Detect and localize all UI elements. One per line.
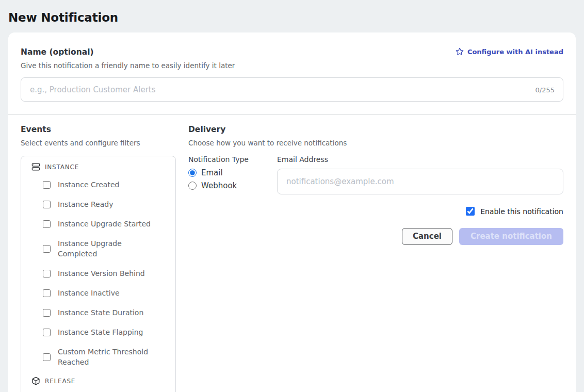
delivery-subtitle: Choose how you want to receive notificat… (188, 139, 563, 147)
event-label: Instance Upgrade Completed (58, 238, 153, 259)
event-checkbox[interactable] (43, 309, 51, 317)
new-notification-page: New Notification Name (optional) Configu… (0, 0, 584, 392)
event-label: Instance State Flapping (58, 327, 143, 337)
name-input[interactable] (21, 77, 563, 102)
event-checkbox[interactable] (43, 245, 51, 253)
events-title: Events (21, 125, 176, 134)
event-item-instance-state-duration[interactable]: Instance State Duration (43, 307, 167, 318)
event-group-release: RELEASE (31, 377, 167, 385)
event-label: Instance Created (58, 179, 119, 190)
event-checkbox[interactable] (43, 270, 51, 277)
cancel-button[interactable]: Cancel (402, 228, 452, 245)
events-list: INSTANCE Instance Created Instance Ready… (21, 156, 176, 392)
event-checkbox[interactable] (43, 329, 51, 336)
events-subtitle: Select events and configure filters (21, 139, 176, 147)
delivery-section: Delivery Choose how you want to receive … (188, 125, 563, 392)
event-item-custom-metric-threshold[interactable]: Custom Metric Threshold Reached (43, 347, 167, 367)
radio-option-email[interactable]: Email (188, 168, 265, 177)
server-icon (31, 162, 40, 171)
enable-notification-label[interactable]: Enable this notification (480, 207, 563, 216)
name-section-description: Give this notification a friendly name t… (21, 61, 563, 70)
event-checkbox[interactable] (43, 289, 51, 297)
delivery-title: Delivery (188, 125, 563, 134)
radio-option-webhook[interactable]: Webhook (188, 181, 265, 190)
event-item-instance-inactive[interactable]: Instance Inactive (43, 288, 167, 298)
configure-with-ai-label: Configure with AI instead (467, 48, 563, 56)
email-input[interactable] (277, 169, 563, 194)
enable-notification-checkbox[interactable] (466, 207, 475, 216)
notification-type-label: Notification Type (188, 155, 265, 164)
event-checkbox[interactable] (43, 201, 51, 208)
webhook-radio[interactable] (188, 182, 197, 190)
event-label: Instance State Duration (58, 307, 143, 318)
event-checkbox[interactable] (43, 220, 51, 228)
event-item-instance-state-flapping[interactable]: Instance State Flapping (43, 327, 167, 337)
event-group-instance: INSTANCE (31, 162, 167, 171)
enable-notification-row[interactable]: Enable this notification (188, 207, 563, 216)
email-address-label: Email Address (277, 155, 563, 164)
event-label: Instance Version Behind (58, 268, 145, 279)
package-icon (31, 377, 40, 385)
events-section: Events Select events and configure filte… (21, 125, 176, 392)
event-checkbox[interactable] (43, 353, 51, 361)
email-radio-label[interactable]: Email (201, 168, 223, 177)
event-label: Custom Metric Threshold Reached (58, 347, 153, 367)
configure-with-ai-link[interactable]: Configure with AI instead (456, 47, 563, 56)
event-item-instance-upgrade-completed[interactable]: Instance Upgrade Completed (43, 238, 167, 259)
event-item-instance-version-behind[interactable]: Instance Version Behind (43, 268, 167, 279)
star-icon (456, 47, 464, 56)
event-group-label: RELEASE (45, 378, 75, 385)
notification-type-group: Notification Type Email Webhook (188, 155, 265, 194)
event-label: Instance Ready (58, 199, 113, 209)
name-section-title: Name (optional) (21, 47, 94, 57)
event-checkbox[interactable] (43, 181, 51, 189)
event-item-instance-upgrade-started[interactable]: Instance Upgrade Started (43, 219, 167, 229)
event-group-label: INSTANCE (45, 164, 79, 171)
email-radio[interactable] (188, 169, 197, 177)
create-notification-button[interactable]: Create notification (459, 228, 563, 245)
event-item-instance-created[interactable]: Instance Created (43, 179, 167, 190)
webhook-radio-label[interactable]: Webhook (201, 181, 237, 190)
email-address-group: Email Address (277, 155, 563, 194)
event-label: Instance Inactive (58, 288, 120, 298)
event-item-instance-ready[interactable]: Instance Ready (43, 199, 167, 209)
notification-form-card: Name (optional) Configure with AI instea… (8, 32, 576, 392)
page-title: New Notification (0, 0, 584, 24)
event-label: Instance Upgrade Started (58, 219, 151, 229)
name-section: Name (optional) Configure with AI instea… (8, 32, 576, 114)
